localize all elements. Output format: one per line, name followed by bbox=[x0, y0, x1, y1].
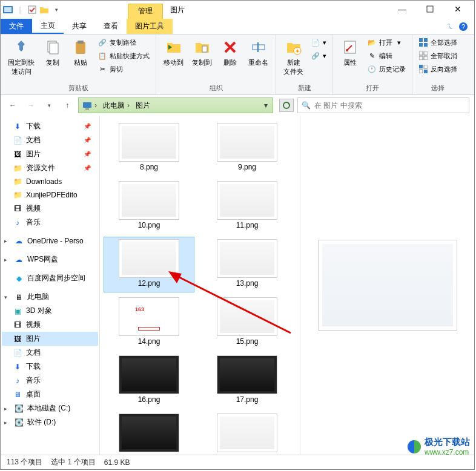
tree-this-pc[interactable]: ▾🖥此电脑 bbox=[2, 290, 98, 304]
tab-file[interactable]: 文件 bbox=[1, 19, 32, 34]
invert-selection-button[interactable]: 反向选择 bbox=[416, 63, 460, 75]
forward-button[interactable]: → bbox=[24, 98, 38, 113]
maximize-button[interactable] bbox=[416, 1, 444, 18]
file-item[interactable]: 9.png bbox=[202, 120, 293, 176]
edit-button[interactable]: ✎编辑 bbox=[365, 50, 408, 62]
tree-resources[interactable]: 📁资源文件📌 bbox=[2, 161, 98, 175]
tree-music[interactable]: ♪音乐 bbox=[2, 374, 98, 387]
file-item[interactable]: 16314.png bbox=[104, 295, 194, 351]
tree-pictures-qa[interactable]: 🖼图片📌 bbox=[2, 147, 98, 161]
properties-button[interactable]: 属性 bbox=[337, 36, 363, 68]
pin-icon: 📌 bbox=[84, 137, 91, 143]
paste-shortcut-icon: 📋 bbox=[98, 51, 107, 61]
file-thumbnail bbox=[119, 181, 179, 220]
select-all-button[interactable]: 全部选择 bbox=[416, 36, 460, 48]
search-input[interactable] bbox=[314, 101, 465, 110]
rename-button[interactable]: 重命名 bbox=[245, 36, 272, 68]
new-item-button[interactable]: 📄▾ bbox=[308, 36, 329, 48]
tab-view[interactable]: 查看 bbox=[95, 19, 127, 34]
close-button[interactable]: ✕ bbox=[444, 1, 472, 18]
file-item[interactable]: 8.png bbox=[104, 120, 194, 176]
expand-icon[interactable]: ▸ bbox=[4, 238, 10, 244]
new-folder-button[interactable]: ✦ 新建 文件夹 bbox=[280, 36, 307, 77]
file-item[interactable]: 16.png bbox=[104, 353, 194, 409]
open-button[interactable]: 📂打开▾ bbox=[365, 36, 408, 48]
tree-videos-qa[interactable]: 🎞视频 bbox=[2, 202, 98, 216]
folder-icon[interactable] bbox=[39, 5, 49, 15]
recent-dropdown[interactable]: ▾ bbox=[42, 98, 56, 113]
address-bar[interactable]: › 此电脑› 图片 ▾ bbox=[78, 97, 273, 113]
new-item-icon: 📄 bbox=[311, 38, 320, 47]
minimize-button[interactable]: — bbox=[388, 1, 416, 18]
breadcrumb-pc-icon[interactable]: › bbox=[80, 101, 99, 110]
tree-drive-d[interactable]: ▸💽软件 (D:) bbox=[2, 415, 98, 429]
tree-wps[interactable]: ▸☁WPS网盘 bbox=[2, 252, 98, 266]
address-dropdown-icon[interactable]: ▾ bbox=[260, 101, 271, 110]
file-label: 11.png bbox=[236, 221, 259, 229]
status-selection: 选中 1 个项目 bbox=[51, 457, 95, 467]
search-box[interactable]: 🔍 bbox=[297, 97, 469, 113]
file-item[interactable]: 13.png bbox=[202, 237, 293, 292]
up-button[interactable]: ↑ bbox=[60, 98, 74, 113]
contextual-tab-manage[interactable]: 管理 bbox=[128, 4, 163, 19]
expand-icon[interactable]: ▸ bbox=[4, 257, 10, 263]
tree-3d-objects[interactable]: ▣3D 对象 bbox=[2, 304, 98, 318]
copy-path-button[interactable]: 🔗复制路径 bbox=[95, 36, 152, 48]
back-button[interactable]: ← bbox=[5, 98, 20, 113]
file-item[interactable]: 11.png bbox=[202, 179, 293, 234]
tree-downloads[interactable]: ⬇下载 bbox=[2, 360, 98, 374]
svg-rect-1 bbox=[4, 7, 12, 12]
copy-path-icon: 🔗 bbox=[98, 38, 107, 47]
3d-icon: ▣ bbox=[13, 306, 22, 316]
tab-home[interactable]: 主页 bbox=[32, 19, 64, 34]
delete-button[interactable]: 删除 bbox=[217, 36, 243, 68]
file-item[interactable]: 12.png bbox=[104, 237, 194, 292]
tree-documents-qa[interactable]: 📄文档📌 bbox=[2, 133, 98, 147]
navigation-tree[interactable]: ⬇下载📌 📄文档📌 🖼图片📌 📁资源文件📌 📁Downloads 📁Xunjie… bbox=[1, 116, 100, 455]
tree-drive-c[interactable]: ▸💽本地磁盘 (C:) bbox=[2, 401, 98, 415]
file-thumbnail bbox=[217, 297, 277, 336]
expand-icon[interactable]: ▸ bbox=[4, 406, 10, 412]
file-item[interactable]: 15.png bbox=[202, 295, 293, 351]
file-thumbnail bbox=[217, 355, 277, 394]
tab-picture-tools[interactable]: 图片工具 bbox=[127, 19, 173, 34]
checkbox-icon[interactable] bbox=[27, 5, 37, 15]
copy-to-button[interactable]: 复制到 bbox=[188, 36, 216, 68]
copy-button[interactable]: 复制 bbox=[39, 36, 66, 68]
paste-button[interactable]: 粘贴 bbox=[67, 36, 94, 68]
ribbon-collapse-icon[interactable]: ㄟ bbox=[446, 21, 454, 31]
file-item[interactable]: 10.png bbox=[104, 179, 194, 234]
tree-downloads-folder[interactable]: 📁Downloads bbox=[2, 175, 98, 188]
tree-videos[interactable]: 🎞视频 bbox=[2, 318, 98, 332]
file-item[interactable]: 43.png bbox=[202, 411, 293, 455]
file-thumbnail bbox=[217, 239, 277, 278]
easy-access-button[interactable]: 🔗▾ bbox=[308, 50, 329, 62]
qa-dropdown-icon[interactable]: ▾ bbox=[51, 5, 61, 15]
select-none-button[interactable]: 全部取消 bbox=[416, 50, 460, 62]
file-item[interactable]: 17.png bbox=[202, 353, 293, 409]
svg-rect-20 bbox=[424, 43, 428, 47]
file-item[interactable]: 18.png bbox=[104, 411, 194, 455]
tree-music-qa[interactable]: ♪音乐 bbox=[2, 216, 98, 229]
breadcrumb-folder[interactable]: 图片 bbox=[133, 100, 153, 111]
tree-xunjie[interactable]: 📁XunjiePDFEdito bbox=[2, 188, 98, 202]
tree-documents[interactable]: 📄文档 bbox=[2, 346, 98, 360]
collapse-icon[interactable]: ▾ bbox=[4, 294, 10, 300]
tree-downloads-qa[interactable]: ⬇下载📌 bbox=[2, 119, 98, 133]
breadcrumb-root[interactable]: 此电脑› bbox=[101, 100, 132, 111]
help-icon[interactable]: ? bbox=[458, 22, 468, 31]
history-button[interactable]: 🕐历史记录 bbox=[365, 63, 408, 75]
tab-share[interactable]: 共享 bbox=[64, 19, 95, 34]
tree-onedrive[interactable]: ▸☁OneDrive - Perso bbox=[2, 234, 98, 248]
pin-to-quick-access-button[interactable]: 固定到快 速访问 bbox=[4, 36, 38, 77]
cut-button[interactable]: ✂剪切 bbox=[95, 63, 152, 75]
tree-pictures[interactable]: 🖼图片 bbox=[2, 332, 98, 346]
expand-icon[interactable]: ▸ bbox=[4, 420, 10, 426]
move-to-button[interactable]: 移动到 bbox=[160, 36, 187, 68]
refresh-button[interactable] bbox=[279, 99, 294, 112]
explorer-window: | ▾ 管理 图片 — ✕ 文件 主页 共享 查看 图片工具 ㄟ ? bbox=[0, 0, 475, 470]
paste-shortcut-button[interactable]: 📋粘贴快捷方式 bbox=[95, 50, 152, 62]
tree-baidu[interactable]: ◆百度网盘同步空间 bbox=[2, 271, 98, 285]
tree-desktop[interactable]: 🖥桌面 bbox=[2, 387, 98, 401]
icon-grid[interactable]: 8.png9.png10.png11.png12.png13.png16314.… bbox=[100, 116, 300, 455]
